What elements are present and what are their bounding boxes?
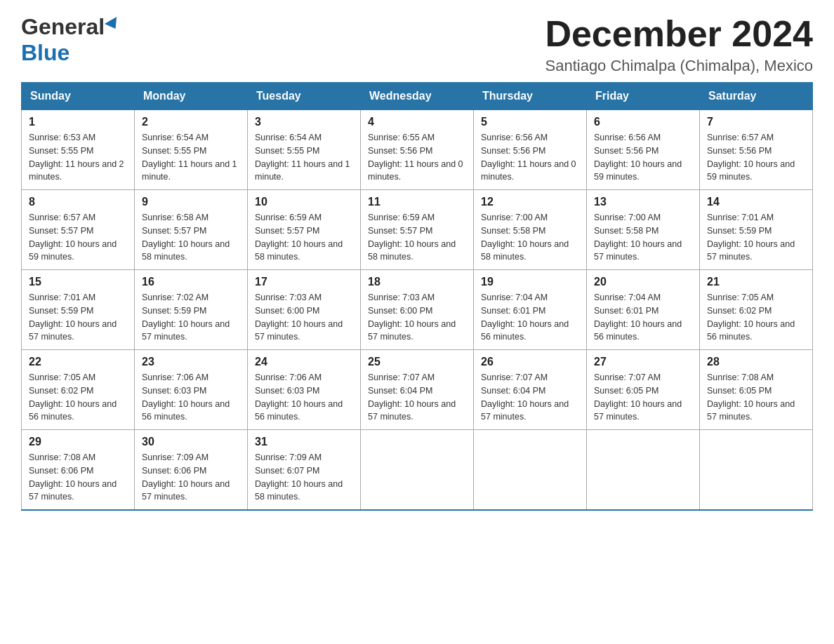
day-info: Sunrise: 7:07 AMSunset: 6:05 PMDaylight:… (594, 373, 682, 422)
day-info: Sunrise: 7:00 AMSunset: 5:58 PMDaylight:… (594, 213, 682, 262)
calendar-cell: 11 Sunrise: 6:59 AMSunset: 5:57 PMDaylig… (361, 190, 474, 270)
calendar-cell (361, 430, 474, 511)
calendar-cell: 19 Sunrise: 7:04 AMSunset: 6:01 PMDaylig… (474, 270, 587, 350)
calendar-cell: 31 Sunrise: 7:09 AMSunset: 6:07 PMDaylig… (248, 430, 361, 511)
day-info: Sunrise: 7:05 AMSunset: 6:02 PMDaylight:… (707, 293, 795, 342)
logo-triangle-icon (105, 16, 121, 32)
day-info: Sunrise: 7:08 AMSunset: 6:05 PMDaylight:… (707, 373, 795, 422)
day-number: 8 (29, 196, 127, 208)
day-number: 24 (255, 356, 353, 368)
day-number: 3 (255, 116, 353, 128)
day-number: 28 (707, 356, 805, 368)
day-number: 22 (29, 356, 127, 368)
calendar-cell: 5 Sunrise: 6:56 AMSunset: 5:56 PMDayligh… (474, 110, 587, 190)
calendar-cell (700, 430, 813, 511)
weekday-header-monday: Monday (135, 83, 248, 110)
day-number: 16 (142, 276, 240, 288)
day-number: 23 (142, 356, 240, 368)
day-info: Sunrise: 7:01 AMSunset: 5:59 PMDaylight:… (29, 293, 117, 342)
calendar-week-row: 15 Sunrise: 7:01 AMSunset: 5:59 PMDaylig… (22, 270, 813, 350)
calendar-week-row: 1 Sunrise: 6:53 AMSunset: 5:55 PMDayligh… (22, 110, 813, 190)
calendar-week-row: 22 Sunrise: 7:05 AMSunset: 6:02 PMDaylig… (22, 350, 813, 430)
day-info: Sunrise: 7:08 AMSunset: 6:06 PMDaylight:… (29, 452, 117, 502)
calendar-cell: 4 Sunrise: 6:55 AMSunset: 5:56 PMDayligh… (361, 110, 474, 190)
day-number: 2 (142, 116, 240, 128)
day-info: Sunrise: 6:59 AMSunset: 5:57 PMDaylight:… (368, 213, 456, 262)
day-number: 20 (594, 276, 692, 288)
calendar-cell (587, 430, 700, 511)
day-info: Sunrise: 6:57 AMSunset: 5:57 PMDaylight:… (29, 213, 117, 262)
day-info: Sunrise: 6:54 AMSunset: 5:55 PMDaylight:… (142, 133, 237, 182)
day-info: Sunrise: 7:05 AMSunset: 6:02 PMDaylight:… (29, 373, 117, 422)
day-info: Sunrise: 7:09 AMSunset: 6:06 PMDaylight:… (142, 452, 230, 502)
day-info: Sunrise: 7:04 AMSunset: 6:01 PMDaylight:… (594, 293, 682, 342)
day-number: 25 (368, 356, 466, 368)
calendar-cell: 26 Sunrise: 7:07 AMSunset: 6:04 PMDaylig… (474, 350, 587, 430)
calendar-cell: 27 Sunrise: 7:07 AMSunset: 6:05 PMDaylig… (587, 350, 700, 430)
weekday-header-row: SundayMondayTuesdayWednesdayThursdayFrid… (22, 83, 813, 110)
calendar-cell: 18 Sunrise: 7:03 AMSunset: 6:00 PMDaylig… (361, 270, 474, 350)
calendar-cell: 16 Sunrise: 7:02 AMSunset: 5:59 PMDaylig… (135, 270, 248, 350)
calendar-cell: 1 Sunrise: 6:53 AMSunset: 5:55 PMDayligh… (22, 110, 135, 190)
weekday-header-friday: Friday (587, 83, 700, 110)
calendar-cell: 17 Sunrise: 7:03 AMSunset: 6:00 PMDaylig… (248, 270, 361, 350)
calendar-cell: 23 Sunrise: 7:06 AMSunset: 6:03 PMDaylig… (135, 350, 248, 430)
day-info: Sunrise: 6:58 AMSunset: 5:57 PMDaylight:… (142, 213, 230, 262)
calendar-cell: 30 Sunrise: 7:09 AMSunset: 6:06 PMDaylig… (135, 430, 248, 511)
day-number: 27 (594, 356, 692, 368)
day-info: Sunrise: 7:02 AMSunset: 5:59 PMDaylight:… (142, 293, 230, 342)
calendar-table: SundayMondayTuesdayWednesdayThursdayFrid… (21, 82, 813, 511)
day-number: 5 (481, 116, 579, 128)
calendar-cell: 2 Sunrise: 6:54 AMSunset: 5:55 PMDayligh… (135, 110, 248, 190)
page-header: General Blue December 2024 Santiago Chim… (21, 14, 813, 75)
logo-blue-text: Blue (21, 40, 70, 65)
day-number: 7 (707, 116, 805, 128)
day-info: Sunrise: 7:01 AMSunset: 5:59 PMDaylight:… (707, 213, 795, 262)
logo-general-text: General (21, 14, 105, 40)
day-info: Sunrise: 7:03 AMSunset: 6:00 PMDaylight:… (368, 293, 456, 342)
calendar-cell: 13 Sunrise: 7:00 AMSunset: 5:58 PMDaylig… (587, 190, 700, 270)
day-info: Sunrise: 6:56 AMSunset: 5:56 PMDaylight:… (594, 133, 682, 182)
day-number: 26 (481, 356, 579, 368)
title-section: December 2024 Santiago Chimalpa (Chimalp… (545, 14, 813, 75)
calendar-cell: 29 Sunrise: 7:08 AMSunset: 6:06 PMDaylig… (22, 430, 135, 511)
day-number: 31 (255, 436, 353, 448)
calendar-cell: 15 Sunrise: 7:01 AMSunset: 5:59 PMDaylig… (22, 270, 135, 350)
day-info: Sunrise: 6:57 AMSunset: 5:56 PMDaylight:… (707, 133, 795, 182)
day-number: 17 (255, 276, 353, 288)
day-number: 18 (368, 276, 466, 288)
day-info: Sunrise: 6:59 AMSunset: 5:57 PMDaylight:… (255, 213, 343, 262)
calendar-cell: 12 Sunrise: 7:00 AMSunset: 5:58 PMDaylig… (474, 190, 587, 270)
calendar-cell: 7 Sunrise: 6:57 AMSunset: 5:56 PMDayligh… (700, 110, 813, 190)
day-info: Sunrise: 6:55 AMSunset: 5:56 PMDaylight:… (368, 133, 463, 182)
location-subtitle: Santiago Chimalpa (Chimalpa), Mexico (545, 57, 813, 75)
day-number: 11 (368, 196, 466, 208)
calendar-cell: 24 Sunrise: 7:06 AMSunset: 6:03 PMDaylig… (248, 350, 361, 430)
day-info: Sunrise: 6:53 AMSunset: 5:55 PMDaylight:… (29, 133, 124, 182)
calendar-cell: 28 Sunrise: 7:08 AMSunset: 6:05 PMDaylig… (700, 350, 813, 430)
calendar-cell (474, 430, 587, 511)
day-info: Sunrise: 7:04 AMSunset: 6:01 PMDaylight:… (481, 293, 569, 342)
day-info: Sunrise: 7:09 AMSunset: 6:07 PMDaylight:… (255, 452, 343, 502)
weekday-header-wednesday: Wednesday (361, 83, 474, 110)
day-info: Sunrise: 7:06 AMSunset: 6:03 PMDaylight:… (255, 373, 343, 422)
logo: General Blue (21, 14, 120, 66)
calendar-cell: 9 Sunrise: 6:58 AMSunset: 5:57 PMDayligh… (135, 190, 248, 270)
day-number: 1 (29, 116, 127, 128)
day-number: 4 (368, 116, 466, 128)
day-number: 21 (707, 276, 805, 288)
day-number: 10 (255, 196, 353, 208)
calendar-cell: 25 Sunrise: 7:07 AMSunset: 6:04 PMDaylig… (361, 350, 474, 430)
calendar-cell: 8 Sunrise: 6:57 AMSunset: 5:57 PMDayligh… (22, 190, 135, 270)
calendar-week-row: 8 Sunrise: 6:57 AMSunset: 5:57 PMDayligh… (22, 190, 813, 270)
calendar-cell: 14 Sunrise: 7:01 AMSunset: 5:59 PMDaylig… (700, 190, 813, 270)
calendar-cell: 22 Sunrise: 7:05 AMSunset: 6:02 PMDaylig… (22, 350, 135, 430)
day-info: Sunrise: 6:54 AMSunset: 5:55 PMDaylight:… (255, 133, 350, 182)
month-title: December 2024 (545, 14, 813, 54)
calendar-cell: 10 Sunrise: 6:59 AMSunset: 5:57 PMDaylig… (248, 190, 361, 270)
day-info: Sunrise: 7:03 AMSunset: 6:00 PMDaylight:… (255, 293, 343, 342)
calendar-cell: 20 Sunrise: 7:04 AMSunset: 6:01 PMDaylig… (587, 270, 700, 350)
weekday-header-sunday: Sunday (22, 83, 135, 110)
day-info: Sunrise: 7:06 AMSunset: 6:03 PMDaylight:… (142, 373, 230, 422)
day-number: 15 (29, 276, 127, 288)
